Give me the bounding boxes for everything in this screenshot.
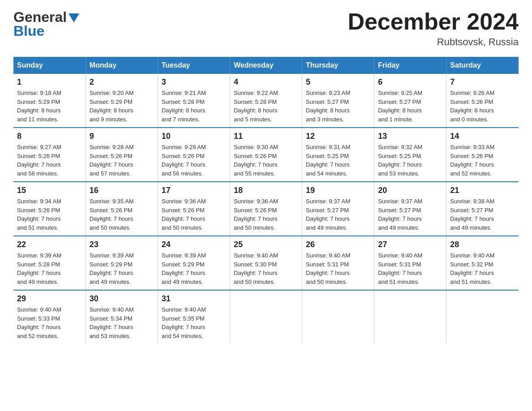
day-info: Sunrise: 9:31 AMSunset: 5:25 PMDaylight:…: [306, 143, 370, 178]
day-info: Sunrise: 9:35 AMSunset: 5:26 PMDaylight:…: [90, 197, 154, 232]
day-of-week-header: Thursday: [302, 57, 374, 74]
calendar-day-cell: 15 Sunrise: 9:34 AMSunset: 5:26 PMDaylig…: [13, 182, 86, 236]
logo-arrow-icon: [68, 12, 80, 24]
calendar-day-cell: 26 Sunrise: 9:40 AMSunset: 5:31 PMDaylig…: [302, 236, 374, 290]
day-info: Sunrise: 9:27 AMSunset: 5:26 PMDaylight:…: [17, 143, 82, 178]
svg-marker-0: [69, 13, 79, 22]
day-number: 13: [378, 132, 442, 141]
day-info: Sunrise: 9:36 AMSunset: 5:26 PMDaylight:…: [234, 197, 298, 232]
calendar-week-row: 15 Sunrise: 9:34 AMSunset: 5:26 PMDaylig…: [13, 182, 519, 236]
calendar-day-cell: 19 Sunrise: 9:37 AMSunset: 5:27 PMDaylig…: [302, 182, 374, 236]
day-number: 5: [306, 77, 370, 87]
day-number: 2: [90, 77, 154, 87]
day-info: Sunrise: 9:37 AMSunset: 5:27 PMDaylight:…: [306, 197, 370, 232]
day-of-week-header: Monday: [86, 57, 158, 74]
day-number: 6: [378, 77, 442, 87]
day-info: Sunrise: 9:39 AMSunset: 5:28 PMDaylight:…: [17, 251, 82, 286]
day-info: Sunrise: 9:38 AMSunset: 5:27 PMDaylight:…: [450, 197, 515, 232]
day-number: 24: [162, 240, 226, 249]
calendar-day-cell: 11 Sunrise: 9:30 AMSunset: 5:26 PMDaylig…: [230, 128, 302, 182]
calendar-day-cell: 2 Sunrise: 9:20 AMSunset: 5:29 PMDayligh…: [86, 74, 158, 128]
calendar-week-row: 8 Sunrise: 9:27 AMSunset: 5:26 PMDayligh…: [13, 128, 519, 182]
day-info: Sunrise: 9:23 AMSunset: 5:27 PMDaylight:…: [306, 89, 370, 124]
day-number: 7: [450, 77, 515, 87]
title-section: December 2024 Rubtsovsk, Russia: [348, 9, 519, 48]
calendar-day-cell: 23 Sunrise: 9:39 AMSunset: 5:29 PMDaylig…: [86, 236, 158, 290]
calendar-day-cell: 5 Sunrise: 9:23 AMSunset: 5:27 PMDayligh…: [302, 74, 374, 128]
day-number: 21: [450, 186, 515, 195]
calendar-day-cell: 10 Sunrise: 9:29 AMSunset: 5:26 PMDaylig…: [158, 128, 230, 182]
page-header: General Blue December 2024 Rubtsovsk, Ru…: [13, 9, 519, 48]
day-number: 31: [162, 294, 226, 304]
day-info: Sunrise: 9:32 AMSunset: 5:25 PMDaylight:…: [378, 143, 442, 178]
day-info: Sunrise: 9:40 AMSunset: 5:31 PMDaylight:…: [378, 251, 442, 286]
day-info: Sunrise: 9:40 AMSunset: 5:35 PMDaylight:…: [162, 305, 226, 340]
calendar-header-row: SundayMondayTuesdayWednesdayThursdayFrid…: [13, 57, 519, 74]
day-number: 27: [378, 240, 442, 249]
calendar-week-row: 1 Sunrise: 9:18 AMSunset: 5:29 PMDayligh…: [13, 74, 519, 128]
day-info: Sunrise: 9:22 AMSunset: 5:28 PMDaylight:…: [234, 89, 298, 124]
calendar-day-cell: 16 Sunrise: 9:35 AMSunset: 5:26 PMDaylig…: [86, 182, 158, 236]
day-info: Sunrise: 9:39 AMSunset: 5:29 PMDaylight:…: [90, 251, 154, 286]
day-number: 26: [306, 240, 370, 249]
day-info: Sunrise: 9:25 AMSunset: 5:27 PMDaylight:…: [378, 89, 442, 124]
calendar-day-cell: 12 Sunrise: 9:31 AMSunset: 5:25 PMDaylig…: [302, 128, 374, 182]
day-number: 3: [162, 77, 226, 87]
day-info: Sunrise: 9:28 AMSunset: 5:26 PMDaylight:…: [90, 143, 154, 178]
day-info: Sunrise: 9:21 AMSunset: 5:28 PMDaylight:…: [162, 89, 226, 124]
calendar-day-cell: 28 Sunrise: 9:40 AMSunset: 5:32 PMDaylig…: [446, 236, 519, 290]
calendar-day-cell: 14 Sunrise: 9:33 AMSunset: 5:26 PMDaylig…: [446, 128, 519, 182]
day-info: Sunrise: 9:20 AMSunset: 5:29 PMDaylight:…: [90, 89, 154, 124]
calendar-day-cell: 6 Sunrise: 9:25 AMSunset: 5:27 PMDayligh…: [374, 74, 446, 128]
calendar-week-row: 22 Sunrise: 9:39 AMSunset: 5:28 PMDaylig…: [13, 236, 519, 290]
day-info: Sunrise: 9:26 AMSunset: 5:26 PMDaylight:…: [450, 89, 515, 124]
day-info: Sunrise: 9:40 AMSunset: 5:32 PMDaylight:…: [450, 251, 515, 286]
day-of-week-header: Tuesday: [158, 57, 230, 74]
day-number: 12: [306, 132, 370, 141]
calendar-day-cell: 31 Sunrise: 9:40 AMSunset: 5:35 PMDaylig…: [158, 290, 230, 344]
calendar-day-cell: 17 Sunrise: 9:36 AMSunset: 5:26 PMDaylig…: [158, 182, 230, 236]
calendar-day-cell: [230, 290, 302, 344]
day-number: 18: [234, 186, 298, 195]
day-of-week-header: Friday: [374, 57, 446, 74]
calendar-day-cell: [302, 290, 374, 344]
calendar-day-cell: 13 Sunrise: 9:32 AMSunset: 5:25 PMDaylig…: [374, 128, 446, 182]
calendar-day-cell: 3 Sunrise: 9:21 AMSunset: 5:28 PMDayligh…: [158, 74, 230, 128]
day-number: 17: [162, 186, 226, 195]
day-number: 20: [378, 186, 442, 195]
calendar-week-row: 29 Sunrise: 9:40 AMSunset: 5:33 PMDaylig…: [13, 290, 519, 344]
calendar-day-cell: 4 Sunrise: 9:22 AMSunset: 5:28 PMDayligh…: [230, 74, 302, 128]
calendar-day-cell: 25 Sunrise: 9:40 AMSunset: 5:30 PMDaylig…: [230, 236, 302, 290]
day-info: Sunrise: 9:29 AMSunset: 5:26 PMDaylight:…: [162, 143, 226, 178]
calendar-day-cell: 8 Sunrise: 9:27 AMSunset: 5:26 PMDayligh…: [13, 128, 86, 182]
logo: General Blue: [13, 9, 80, 39]
day-info: Sunrise: 9:40 AMSunset: 5:31 PMDaylight:…: [306, 251, 370, 286]
day-info: Sunrise: 9:34 AMSunset: 5:26 PMDaylight:…: [17, 197, 82, 232]
calendar-day-cell: 20 Sunrise: 9:37 AMSunset: 5:27 PMDaylig…: [374, 182, 446, 236]
day-number: 11: [234, 132, 298, 141]
calendar-day-cell: 30 Sunrise: 9:40 AMSunset: 5:34 PMDaylig…: [86, 290, 158, 344]
day-number: 14: [450, 132, 515, 141]
day-number: 4: [234, 77, 298, 87]
calendar-day-cell: 1 Sunrise: 9:18 AMSunset: 5:29 PMDayligh…: [13, 74, 86, 128]
calendar-day-cell: 21 Sunrise: 9:38 AMSunset: 5:27 PMDaylig…: [446, 182, 519, 236]
day-number: 10: [162, 132, 226, 141]
day-number: 30: [90, 294, 154, 304]
day-info: Sunrise: 9:40 AMSunset: 5:34 PMDaylight:…: [90, 305, 154, 340]
calendar-day-cell: 22 Sunrise: 9:39 AMSunset: 5:28 PMDaylig…: [13, 236, 86, 290]
calendar-day-cell: 24 Sunrise: 9:39 AMSunset: 5:29 PMDaylig…: [158, 236, 230, 290]
day-of-week-header: Saturday: [446, 57, 519, 74]
day-info: Sunrise: 9:33 AMSunset: 5:26 PMDaylight:…: [450, 143, 515, 178]
calendar-day-cell: 18 Sunrise: 9:36 AMSunset: 5:26 PMDaylig…: [230, 182, 302, 236]
location-subtitle: Rubtsovsk, Russia: [348, 36, 519, 48]
calendar-day-cell: [446, 290, 519, 344]
day-info: Sunrise: 9:30 AMSunset: 5:26 PMDaylight:…: [234, 143, 298, 178]
calendar-day-cell: 27 Sunrise: 9:40 AMSunset: 5:31 PMDaylig…: [374, 236, 446, 290]
logo-blue-text: Blue: [13, 23, 44, 39]
calendar-day-cell: 9 Sunrise: 9:28 AMSunset: 5:26 PMDayligh…: [86, 128, 158, 182]
day-number: 23: [90, 240, 154, 249]
month-title: December 2024: [348, 9, 519, 34]
calendar-day-cell: [374, 290, 446, 344]
day-number: 8: [17, 132, 82, 141]
day-number: 25: [234, 240, 298, 249]
